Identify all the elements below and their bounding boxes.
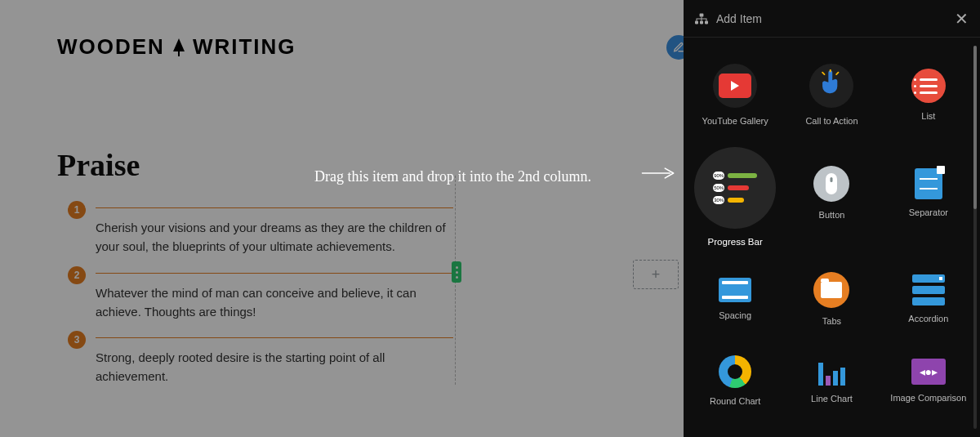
accordion-icon (912, 274, 945, 305)
image-comparison-icon: ◂●▸ (911, 359, 946, 385)
arrow-icon (641, 165, 677, 181)
quote-text: Strong, deeply rooted desire is the star… (96, 348, 453, 386)
item-label: Call to Action (805, 116, 858, 126)
item-label: YouTube Gallery (702, 116, 768, 126)
spacing-icon (719, 278, 751, 302)
item-label: List (921, 111, 935, 121)
logo-text-right: WRITING (193, 34, 296, 60)
quote-badge: 3 (68, 331, 86, 349)
site-logo[interactable]: WOODEN WRITING (57, 34, 296, 60)
tabs-icon (813, 272, 849, 308)
svg-rect-3 (705, 20, 708, 24)
svg-rect-1 (695, 20, 698, 24)
logo-text-left: WOODEN (57, 34, 165, 60)
item-label: Image Comparison (890, 393, 966, 403)
item-round-chart[interactable]: Round Chart (687, 348, 783, 413)
quote-badge: 2 (68, 266, 86, 284)
line-chart-icon (818, 358, 845, 386)
quote-badge: 1 (68, 201, 86, 219)
item-label: Separator (909, 207, 948, 217)
quote-text: Cherish your visions and your dreams as … (96, 218, 453, 256)
progress-bar-icon: 90% 50% 30% (713, 172, 757, 204)
drop-zone[interactable]: + (633, 260, 679, 289)
button-icon (813, 166, 849, 202)
youtube-icon (719, 74, 751, 98)
item-line-chart[interactable]: Line Chart (783, 348, 880, 413)
add-item-panel: Add Item ✕ YouTube Gallery Call to Actio… (684, 0, 980, 437)
round-chart-icon (719, 355, 751, 388)
scrollbar-thumb[interactable] (973, 46, 977, 209)
item-list[interactable]: List (880, 46, 977, 144)
item-tabs[interactable]: Tabs (783, 250, 880, 348)
item-separator[interactable]: Separator (880, 144, 977, 242)
tree-icon (173, 38, 185, 56)
svg-line-6 (837, 72, 839, 74)
svg-line-4 (823, 72, 825, 74)
item-button[interactable]: Button (783, 144, 880, 242)
item-image-comparison[interactable]: ◂●▸ Image Comparison (880, 348, 977, 413)
list-icon (911, 69, 946, 103)
item-call-to-action[interactable]: Call to Action (783, 46, 880, 144)
item-label: Spacing (719, 310, 751, 320)
item-label: Progress Bar (708, 237, 763, 247)
svg-rect-2 (700, 20, 703, 24)
item-label: Accordion (908, 314, 948, 323)
item-progress-bar[interactable]: 90% 50% 30% Progress Bar (687, 144, 783, 250)
quote-text: Whatever the mind of man can conceive an… (96, 283, 453, 322)
instruction-callout: Drag this item and drop it into the 2nd … (314, 168, 591, 185)
item-spacing[interactable]: Spacing (687, 250, 783, 348)
svg-rect-0 (700, 13, 704, 16)
sitemap-icon (695, 13, 708, 25)
item-youtube-gallery[interactable]: YouTube Gallery (687, 46, 783, 144)
item-accordion[interactable]: Accordion (880, 250, 977, 348)
item-label: Button (819, 210, 845, 220)
close-icon[interactable]: ✕ (955, 9, 969, 29)
item-label: Round Chart (710, 396, 760, 406)
item-label: Line Chart (811, 394, 853, 404)
drag-handle[interactable] (452, 261, 461, 283)
panel-title: Add Item (716, 12, 762, 25)
item-label: Tabs (822, 316, 841, 326)
hand-pointer-icon (819, 69, 844, 103)
separator-icon (915, 168, 942, 199)
